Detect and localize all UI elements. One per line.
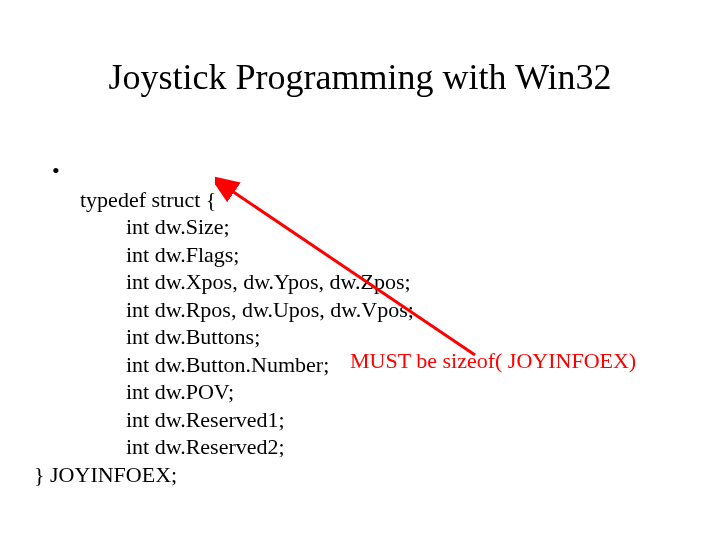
- code-line: } JOYINFOEX;: [34, 462, 177, 487]
- code-line: int dw.Reserved2;: [80, 433, 414, 461]
- annotation-note: MUST be sizeof( JOYINFOEX): [350, 348, 636, 374]
- code-block: typedef struct { int dw.Size;int dw.Flag…: [80, 158, 414, 516]
- slide: Joystick Programming with Win32 • typede…: [0, 0, 720, 540]
- code-line: int dw.Reserved1;: [80, 406, 414, 434]
- code-line: int dw.Buttons;: [80, 323, 414, 351]
- code-line: int dw.Size;: [80, 213, 414, 241]
- bullet-marker: •: [52, 158, 60, 184]
- code-line: int dw.Rpos, dw.Upos, dw.Vpos;: [80, 296, 414, 324]
- code-line: int dw.Flags;: [80, 241, 414, 269]
- code-line: int dw.Xpos, dw.Ypos, dw.Zpos;: [80, 268, 414, 296]
- code-line: typedef struct {: [80, 187, 216, 212]
- slide-title: Joystick Programming with Win32: [0, 56, 720, 98]
- code-line: int dw.POV;: [80, 378, 414, 406]
